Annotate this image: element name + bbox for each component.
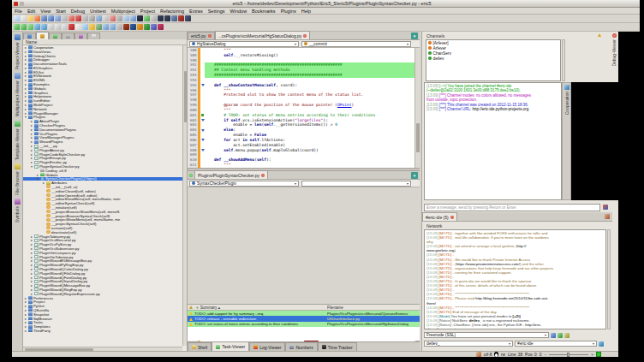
network-log-scrollbar[interactable] [607,229,611,329]
channel-user-list[interactable]: [Arfever] Arfever ChanServ detlev [426,39,561,81]
toolbar-icon[interactable] [48,24,54,30]
toolbar-icon[interactable] [48,15,54,21]
toolbar-icon[interactable] [82,24,88,30]
toolbar-icon[interactable] [21,15,27,21]
zoom-out-icon[interactable]: − [544,353,546,357]
toolbar-icon[interactable] [96,15,102,21]
close-tab-icon[interactable] [208,34,212,38]
server-combo[interactable]: Freenode (SSL)▾ [424,332,549,338]
toolbar-icon[interactable] [62,15,68,21]
irc-channel-tab[interactable]: #eric-ide (5) [422,212,457,221]
project-browser-tab[interactable] [87,33,100,39]
channels-filter-icon[interactable] [598,33,601,37]
sidebar-tab[interactable]: Template-Viewer [15,121,21,160]
menu-item[interactable]: Help [299,9,313,14]
task-row[interactable]: TODO: release - reenable redirection UI/… [188,316,420,321]
toolbar-icon[interactable] [75,24,81,30]
user-list-scrollbar[interactable] [562,39,565,81]
edit-network-icon[interactable] [551,333,556,338]
project-browser-tab[interactable] [36,32,49,39]
irc-message-input[interactable] [424,204,600,211]
toolbar-icon[interactable] [110,24,116,30]
editor-tab[interactable]: ...csPlugins/vcsMercurial/HgStatusDialog… [215,31,311,39]
toolbar-icon[interactable] [116,24,122,30]
sidebar-tab-cooperation[interactable]: Cooperation [564,92,569,115]
filename-column-header[interactable]: Filename [327,306,420,310]
tab-list-button[interactable]: ▾ [411,33,418,39]
toolbar-icon[interactable] [62,24,68,30]
sidebar-tab[interactable]: Symbols [15,199,21,223]
toolbar-icon[interactable] [103,15,109,21]
channel-combo[interactable]: #eric-ide▾ [515,341,597,347]
top-editor[interactable]: 588 """ 589 self.__restoreMissing() 590 [188,48,420,168]
menu-item[interactable]: Unittest [87,9,109,14]
bottom-panel-tab[interactable]: Task-Viewer [212,341,249,351]
leave-channel-icon[interactable] [450,216,454,219]
toolbar-icon[interactable] [27,15,33,21]
join-channel-icon[interactable] [599,341,604,347]
project-browser-tab[interactable] [62,33,75,39]
window-menu-icon[interactable] [14,2,18,6]
channel-chat-log[interactable]: [13:09] [-->] You have joined the channe… [424,82,562,200]
close-tab-icon[interactable] [261,174,265,177]
toolbar-icon[interactable] [89,24,95,30]
close-tab-icon[interactable] [303,34,307,38]
bottom-panel-tab[interactable]: Shell [188,342,212,351]
toolbar-icon[interactable] [69,24,75,30]
sidebar-tab-debug-viewer[interactable]: Debug-Viewer [611,39,617,67]
menu-item[interactable]: Settings [206,9,228,14]
toolbar-icon[interactable] [14,24,20,30]
filter-icon[interactable] [189,306,193,309]
project-browser-tab[interactable] [75,33,87,39]
toolbar-icon[interactable] [185,15,191,21]
toolbar-icon[interactable] [41,15,47,21]
toolbar-icon[interactable] [171,15,177,21]
title-bar[interactable]: eric5 - /home/detlev/Development/Python/… [12,0,640,8]
sidebar-tab[interactable]: File-Browser [15,163,21,195]
project-browser-tab[interactable] [23,33,36,39]
toolbar-icon[interactable] [27,24,33,30]
tree-header[interactable]: Name [23,39,187,45]
toolbar-icon[interactable] [130,15,136,21]
toolbar-icon[interactable] [89,15,95,21]
bottom-panel-tab[interactable]: Time Tracker [318,342,357,351]
toolbar-icon[interactable] [123,24,129,30]
bottom-panel-tab[interactable]: Numbers [285,342,317,351]
task-row[interactable]: TODO: add support for hg summary --mq Pl… [188,311,420,316]
menu-item[interactable]: Extras [187,9,206,14]
task-viewer-header[interactable]: + Summary ▴ Filename [188,305,420,311]
zoom-in-icon[interactable]: + [591,353,593,357]
task-row[interactable]: TODO: set status of menu entries accordi… [188,322,420,327]
network-log[interactable]: [13:09] [MOTD] - together with like-mind… [424,229,606,329]
menu-item[interactable]: Refactoring [158,9,187,14]
menu-item[interactable]: Project [138,9,158,14]
toolbar-icon[interactable] [130,24,136,30]
toolbar-icon[interactable] [164,15,170,21]
project-tree[interactable]: ▸ Cooperation ▸ DataViews ▸ DebugClients [23,45,182,346]
summary-column-header[interactable]: Summary ▴ [200,306,327,310]
menu-item[interactable]: Window [228,9,250,14]
toolbar-icon[interactable] [178,15,184,21]
line-number[interactable]: 611 [188,163,198,168]
menu-item[interactable]: Debug [69,9,87,14]
add-task-icon[interactable]: + [196,306,199,310]
sidebar-tab[interactable]: Project-Viewer [15,34,21,69]
zoom-slider[interactable] [549,354,588,355]
toolbar-icon[interactable] [82,15,88,21]
method-combo[interactable]: __commit▾ [301,41,411,47]
toolbar-icon[interactable] [116,15,122,21]
toolbar-icon[interactable] [55,15,61,21]
editor-tab[interactable]: eric5.py [188,32,215,39]
tab-list-button[interactable]: ▾ [411,172,418,179]
toolbar-icon[interactable] [158,15,164,21]
toolbar-icon[interactable] [41,24,47,30]
connect-icon[interactable] [564,333,569,338]
toolbar-icon[interactable] [151,15,157,21]
toolbar-icon[interactable] [14,15,20,21]
editor-tab[interactable]: Plugins/PluginSyntaxChecker.py [194,170,268,179]
menu-item[interactable]: Start [53,9,69,14]
user-list-item[interactable]: detlev [426,56,560,61]
toolbar-icon[interactable] [34,15,40,21]
sidebar-tab[interactable]: Multiproject-Viewer [15,73,21,116]
bottom-panel-tab[interactable]: Log-Viewer [249,342,285,351]
